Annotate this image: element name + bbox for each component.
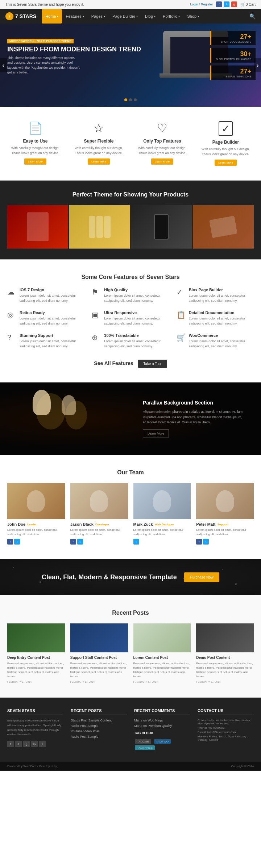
twitter-icon-jason[interactable]: t [77, 539, 83, 545]
flag-icon: ⚑ [92, 288, 100, 296]
footer-gp-icon[interactable]: g [23, 741, 30, 747]
nav-item-shop[interactable]: Shop ▾ [183, 9, 203, 24]
googleplus-icon[interactable]: g [231, 1, 237, 7]
footer-fb-icon[interactable]: f [7, 741, 14, 747]
avatar-placeholder-4 [196, 483, 254, 519]
features-section: 📄 Easy to Use With carefully thought out… [0, 107, 261, 180]
face-shape-3 [153, 490, 171, 512]
footer-title-2: RECENT POSTS [71, 708, 127, 715]
slider-prev[interactable]: ‹ [0, 58, 7, 72]
team-name-jason: Jason Black Developer [70, 522, 128, 526]
nav-item-blog[interactable]: Blog ▾ [141, 9, 159, 24]
footer-title-1: SEVEN STARS [7, 708, 63, 715]
hero-background: MOST POWERFUL, MULTI PURPOSE THEME INSPI… [0, 24, 261, 107]
learn-more-btn-4[interactable]: Learn More [215, 160, 237, 166]
facebook-icon[interactable]: f [216, 1, 222, 7]
facebook-icon-jason[interactable]: f [70, 539, 76, 545]
facebook-icon-peter[interactable]: f [196, 539, 202, 545]
product-bottles [89, 216, 111, 238]
parallax-content: Parallax Background Section Aliquam enim… [143, 400, 244, 437]
twitter-icon-peter[interactable]: t [203, 539, 209, 545]
core-feature-desc-2: Lorem ipsum dolor sit amet, consetetur s… [104, 293, 169, 303]
post-date-4: FEBRUARY 17, 2014 [196, 681, 220, 683]
face-shape-4 [216, 490, 234, 512]
hero-subtitle: This Theme includes so many different op… [7, 56, 80, 75]
footer-in-icon[interactable]: in [31, 741, 38, 747]
site-logo[interactable]: 7 7 STARS [5, 12, 36, 20]
feature-title-4: Page Builder [212, 140, 239, 145]
post-item-3: Lorem Content Post Praesent augue arcu, … [133, 623, 191, 683]
snowflake: * [13, 566, 14, 570]
bottle-1 [89, 216, 95, 238]
logo-icon: 7 [5, 12, 13, 20]
footer-tag-1[interactable]: TAGONE [135, 739, 151, 744]
logo-text: 7 STARS [15, 13, 36, 19]
screen-icon: ▣ [92, 310, 100, 319]
slider-dot-1[interactable] [124, 98, 127, 101]
team-grid: John Doe Leader Lorem ipsum dolor sit am… [7, 483, 254, 545]
twitter-icon-mark[interactable]: t [133, 539, 139, 545]
team-name-peter: Peter Matt Support [196, 522, 254, 526]
star-icon: ☆ [94, 121, 104, 135]
footer-tag-3[interactable]: TAGTHREE [135, 745, 155, 750]
nav-item-pagebuilder[interactable]: Page Builder ▾ [109, 9, 141, 24]
core-feature-title-7: Stunning Support [20, 333, 84, 338]
twitter-icon-john[interactable]: t [14, 539, 20, 545]
twitter-icon[interactable]: t [224, 1, 229, 7]
search-icon[interactable]: 🔍 [249, 13, 256, 19]
core-feature-responsive: ▣ Ultra Responsive Lorem ipsum dolor sit… [92, 310, 169, 326]
avatar-mark [133, 483, 191, 519]
team-role-jason: Developer [95, 523, 109, 526]
feature-top-features: ♡ Only Top Features With carefully thoug… [134, 121, 190, 166]
post-meta-1: FEBRUARY 17, 2014 [7, 681, 65, 683]
nav-item-portfolio[interactable]: Portfolio ▾ [159, 9, 183, 24]
cta-purchase-btn[interactable]: Purchase Now [184, 572, 219, 582]
team-name-mark: Mark Zuck Web Designer [133, 522, 191, 526]
footer-copyright: Copyright © 2014 [231, 765, 254, 768]
post-item-2: Support Staff Content Post Praesent augu… [70, 623, 128, 683]
core-feature-title-3: Blox Page Builder [189, 288, 254, 292]
footer-phone: Phone: +91 9999880 [198, 726, 254, 729]
bottle-2 [96, 216, 103, 238]
hero-stat-1: 27+ SHORTCOOL ELEMENTS [210, 31, 256, 45]
post-title-4: Demo Post Content [196, 655, 254, 660]
cart-icon[interactable]: 🛒 0 Cart [240, 3, 256, 7]
nav-item-pages[interactable]: Pages ▾ [88, 9, 109, 24]
footer-tw-icon[interactable]: t [15, 741, 22, 747]
footer-comment-2: Maria on Premium Quality [134, 724, 190, 728]
post-title-1: Deep Entry Content Post [7, 655, 65, 660]
parallax-title: Parallax Background Section [143, 400, 244, 406]
core-feature-desc-1: Lorem ipsum dolor sit amet, consetetur s… [20, 293, 84, 303]
slider-dot-3[interactable] [134, 98, 137, 101]
take-tour-btn[interactable]: Take a Tour [138, 360, 167, 368]
recent-posts-title: Recent Posts [7, 610, 254, 616]
team-role-john: Leader [27, 523, 37, 526]
footer-tag-2[interactable]: TAGTWO [154, 739, 171, 744]
facebook-icon-john[interactable]: f [7, 539, 13, 545]
product-placeholder-1 [27, 212, 49, 241]
slider-dot-2[interactable] [129, 98, 132, 101]
login-register-link[interactable]: Login / Register [190, 3, 213, 6]
slider-next[interactable]: › [254, 58, 261, 72]
core-features-grid: ☁ iOS 7 Design Lorem ipsum dolor sit ame… [7, 288, 254, 349]
team-desc-jason: Lorem ipsum dolor sit amet, consetetur s… [70, 528, 128, 537]
nav-item-features[interactable]: Features ▾ [62, 9, 87, 24]
nav-item-home[interactable]: Home ▾ [42, 9, 62, 24]
footer-tags: TAGONE TAGTWO TAGTHREE [134, 738, 190, 751]
feature-title-2: Super Flexible [84, 139, 113, 144]
features-grid: 📄 Easy to Use With carefully thought out… [7, 121, 254, 166]
feature-title-3: Only Top Features [143, 139, 181, 144]
team-name-john: John Doe Leader [7, 522, 65, 526]
learn-more-btn-1[interactable]: Learn More [24, 158, 46, 165]
learn-more-btn-2[interactable]: Learn More [88, 158, 110, 165]
footer-powered-by: Powered by WordPress. Developed by [7, 765, 57, 768]
footer-contact-desc: Competently productize adaptive metrics … [198, 719, 254, 725]
parallax-learn-more-btn[interactable]: Learn More [143, 429, 169, 437]
learn-more-btn-3[interactable]: Learn More [151, 158, 173, 165]
avatar-placeholder-3 [133, 483, 191, 519]
team-role-mark: Web Designer [155, 523, 174, 526]
feature-super-flexible: ☆ Super Flexible With carefully thought … [71, 121, 127, 166]
recent-posts-section: Recent Posts Deep Entry Content Post Pra… [0, 595, 261, 698]
footer-music-icon[interactable]: ♪ [39, 741, 46, 747]
dropdown-arrow: ▾ [83, 15, 84, 18]
